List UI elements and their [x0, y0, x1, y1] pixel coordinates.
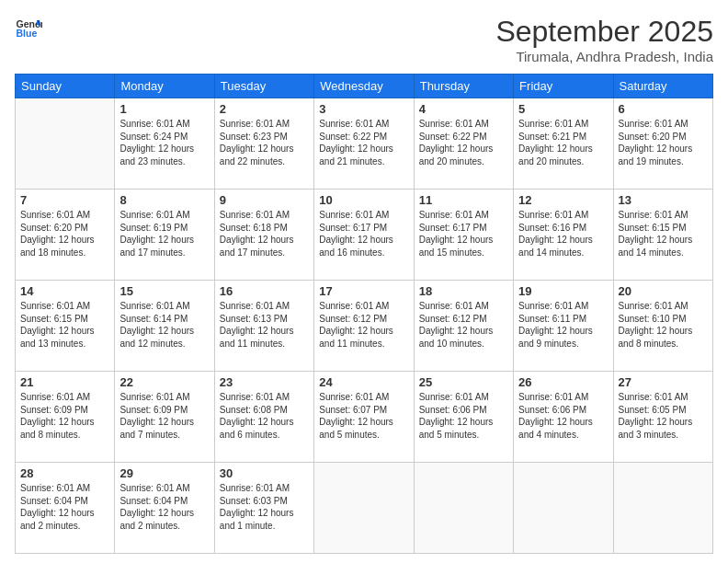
table-cell: 29Sunrise: 6:01 AM Sunset: 6:04 PM Dayli… — [115, 463, 214, 554]
table-cell: 13Sunrise: 6:01 AM Sunset: 6:15 PM Dayli… — [613, 190, 712, 281]
day-number: 9 — [220, 193, 309, 207]
day-number: 16 — [220, 284, 309, 298]
day-number: 22 — [119, 375, 209, 389]
calendar-table: Sunday Monday Tuesday Wednesday Thursday… — [15, 74, 713, 554]
day-number: 3 — [319, 102, 408, 116]
day-info: Sunrise: 6:01 AM Sunset: 6:08 PM Dayligh… — [220, 391, 309, 441]
logo: General Blue — [15, 15, 42, 42]
day-info: Sunrise: 6:01 AM Sunset: 6:07 PM Dayligh… — [319, 391, 408, 441]
day-number: 24 — [319, 375, 408, 389]
day-info: Sunrise: 6:01 AM Sunset: 6:12 PM Dayligh… — [419, 300, 508, 350]
day-info: Sunrise: 6:01 AM Sunset: 6:15 PM Dayligh… — [619, 209, 708, 259]
table-cell — [16, 98, 115, 190]
day-info: Sunrise: 6:01 AM Sunset: 6:21 PM Dayligh… — [518, 118, 608, 167]
day-number: 10 — [319, 193, 408, 207]
table-cell: 11Sunrise: 6:01 AM Sunset: 6:17 PM Dayli… — [414, 190, 513, 281]
day-number: 2 — [220, 102, 309, 116]
day-number: 30 — [220, 466, 309, 480]
day-info: Sunrise: 6:01 AM Sunset: 6:20 PM Dayligh… — [619, 118, 708, 167]
table-cell: 2Sunrise: 6:01 AM Sunset: 6:23 PM Daylig… — [214, 98, 313, 190]
table-cell: 15Sunrise: 6:01 AM Sunset: 6:14 PM Dayli… — [115, 281, 214, 372]
day-info: Sunrise: 6:01 AM Sunset: 6:20 PM Dayligh… — [20, 209, 109, 259]
calendar-title: September 2025 — [495, 15, 713, 49]
day-info: Sunrise: 6:01 AM Sunset: 6:04 PM Dayligh… — [20, 482, 109, 532]
table-cell: 17Sunrise: 6:01 AM Sunset: 6:12 PM Dayli… — [314, 281, 414, 372]
table-cell: 23Sunrise: 6:01 AM Sunset: 6:08 PM Dayli… — [214, 372, 313, 463]
day-info: Sunrise: 6:01 AM Sunset: 6:17 PM Dayligh… — [419, 209, 508, 259]
col-wednesday: Wednesday — [314, 75, 414, 98]
day-number: 13 — [619, 193, 708, 207]
table-cell: 10Sunrise: 6:01 AM Sunset: 6:17 PM Dayli… — [314, 190, 414, 281]
day-info: Sunrise: 6:01 AM Sunset: 6:04 PM Dayligh… — [119, 482, 209, 532]
day-number: 25 — [419, 375, 508, 389]
day-info: Sunrise: 6:01 AM Sunset: 6:24 PM Dayligh… — [119, 118, 209, 167]
title-section: September 2025 Tirumala, Andhra Pradesh,… — [495, 15, 713, 64]
col-friday: Friday — [514, 75, 613, 98]
day-number: 18 — [419, 284, 508, 298]
table-cell: 18Sunrise: 6:01 AM Sunset: 6:12 PM Dayli… — [414, 281, 513, 372]
header: General Blue September 2025 Tirumala, An… — [15, 15, 713, 64]
day-info: Sunrise: 6:01 AM Sunset: 6:06 PM Dayligh… — [419, 391, 508, 441]
day-info: Sunrise: 6:01 AM Sunset: 6:06 PM Dayligh… — [518, 391, 608, 441]
table-cell: 16Sunrise: 6:01 AM Sunset: 6:13 PM Dayli… — [214, 281, 313, 372]
day-number: 19 — [518, 284, 608, 298]
table-cell: 7Sunrise: 6:01 AM Sunset: 6:20 PM Daylig… — [16, 190, 115, 281]
svg-text:Blue: Blue — [17, 28, 38, 39]
day-number: 21 — [20, 375, 109, 389]
calendar-subtitle: Tirumala, Andhra Pradesh, India — [495, 49, 713, 64]
table-cell: 1Sunrise: 6:01 AM Sunset: 6:24 PM Daylig… — [115, 98, 214, 190]
table-cell: 8Sunrise: 6:01 AM Sunset: 6:19 PM Daylig… — [115, 190, 214, 281]
day-info: Sunrise: 6:01 AM Sunset: 6:22 PM Dayligh… — [419, 118, 508, 167]
day-info: Sunrise: 6:01 AM Sunset: 6:23 PM Dayligh… — [220, 118, 309, 167]
table-cell: 5Sunrise: 6:01 AM Sunset: 6:21 PM Daylig… — [514, 98, 613, 190]
table-cell — [414, 463, 513, 554]
table-cell: 3Sunrise: 6:01 AM Sunset: 6:22 PM Daylig… — [314, 98, 414, 190]
day-info: Sunrise: 6:01 AM Sunset: 6:09 PM Dayligh… — [119, 391, 209, 441]
day-info: Sunrise: 6:01 AM Sunset: 6:14 PM Dayligh… — [119, 300, 209, 350]
day-number: 1 — [119, 102, 209, 116]
table-cell: 30Sunrise: 6:01 AM Sunset: 6:03 PM Dayli… — [214, 463, 313, 554]
table-cell: 12Sunrise: 6:01 AM Sunset: 6:16 PM Dayli… — [514, 190, 613, 281]
week-row-2: 7Sunrise: 6:01 AM Sunset: 6:20 PM Daylig… — [16, 190, 713, 281]
day-info: Sunrise: 6:01 AM Sunset: 6:10 PM Dayligh… — [619, 300, 708, 350]
day-number: 17 — [319, 284, 408, 298]
day-number: 5 — [518, 102, 608, 116]
table-cell: 4Sunrise: 6:01 AM Sunset: 6:22 PM Daylig… — [414, 98, 513, 190]
week-row-3: 14Sunrise: 6:01 AM Sunset: 6:15 PM Dayli… — [16, 281, 713, 372]
day-info: Sunrise: 6:01 AM Sunset: 6:05 PM Dayligh… — [619, 391, 708, 441]
col-monday: Monday — [115, 75, 214, 98]
day-number: 27 — [619, 375, 708, 389]
table-cell: 24Sunrise: 6:01 AM Sunset: 6:07 PM Dayli… — [314, 372, 414, 463]
table-cell: 25Sunrise: 6:01 AM Sunset: 6:06 PM Dayli… — [414, 372, 513, 463]
week-row-4: 21Sunrise: 6:01 AM Sunset: 6:09 PM Dayli… — [16, 372, 713, 463]
day-number: 8 — [119, 193, 209, 207]
col-sunday: Sunday — [16, 75, 115, 98]
day-info: Sunrise: 6:01 AM Sunset: 6:18 PM Dayligh… — [220, 209, 309, 259]
table-cell: 20Sunrise: 6:01 AM Sunset: 6:10 PM Dayli… — [613, 281, 712, 372]
day-number: 4 — [419, 102, 508, 116]
day-number: 26 — [518, 375, 608, 389]
day-number: 23 — [220, 375, 309, 389]
day-number: 11 — [419, 193, 508, 207]
table-cell: 6Sunrise: 6:01 AM Sunset: 6:20 PM Daylig… — [613, 98, 712, 190]
table-cell: 27Sunrise: 6:01 AM Sunset: 6:05 PM Dayli… — [613, 372, 712, 463]
table-cell: 9Sunrise: 6:01 AM Sunset: 6:18 PM Daylig… — [214, 190, 313, 281]
day-info: Sunrise: 6:01 AM Sunset: 6:16 PM Dayligh… — [518, 209, 608, 259]
day-info: Sunrise: 6:01 AM Sunset: 6:19 PM Dayligh… — [119, 209, 209, 259]
day-info: Sunrise: 6:01 AM Sunset: 6:11 PM Dayligh… — [518, 300, 608, 350]
week-row-5: 28Sunrise: 6:01 AM Sunset: 6:04 PM Dayli… — [16, 463, 713, 554]
day-info: Sunrise: 6:01 AM Sunset: 6:09 PM Dayligh… — [20, 391, 109, 441]
table-cell: 21Sunrise: 6:01 AM Sunset: 6:09 PM Dayli… — [16, 372, 115, 463]
logo-icon: General Blue — [15, 15, 42, 42]
day-number: 7 — [20, 193, 109, 207]
day-number: 20 — [619, 284, 708, 298]
col-saturday: Saturday — [613, 75, 712, 98]
day-info: Sunrise: 6:01 AM Sunset: 6:12 PM Dayligh… — [319, 300, 408, 350]
table-cell: 19Sunrise: 6:01 AM Sunset: 6:11 PM Dayli… — [514, 281, 613, 372]
day-info: Sunrise: 6:01 AM Sunset: 6:22 PM Dayligh… — [319, 118, 408, 167]
day-number: 28 — [20, 466, 109, 480]
week-row-1: 1Sunrise: 6:01 AM Sunset: 6:24 PM Daylig… — [16, 98, 713, 190]
day-number: 14 — [20, 284, 109, 298]
day-info: Sunrise: 6:01 AM Sunset: 6:13 PM Dayligh… — [220, 300, 309, 350]
day-info: Sunrise: 6:01 AM Sunset: 6:15 PM Dayligh… — [20, 300, 109, 350]
